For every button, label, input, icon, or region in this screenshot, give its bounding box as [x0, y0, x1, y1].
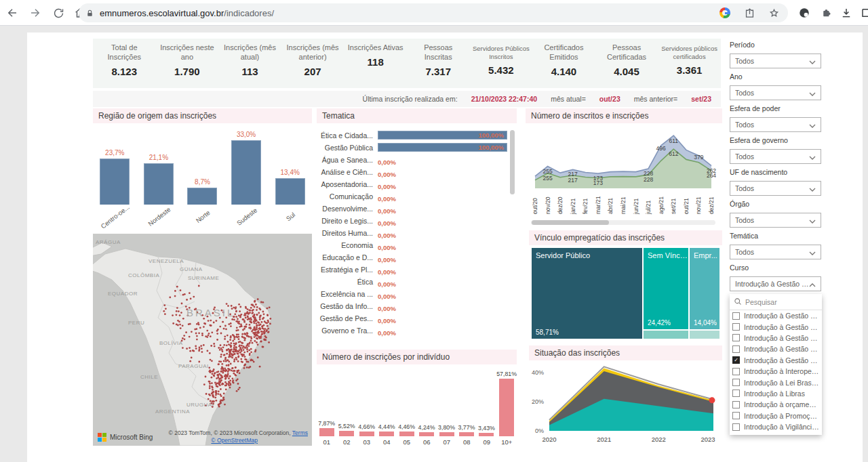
forward-icon[interactable]	[28, 6, 42, 20]
treemap-tile[interactable]: Sem Vínculo24,42%	[644, 248, 688, 329]
inscritos-scrollbar-thumb[interactable]	[532, 220, 609, 225]
checkbox-icon[interactable]	[732, 412, 740, 419]
regiao-bar-chart: 23,7%21,1%8,7%33,0%13,4%Centro-oe...Nord…	[93, 123, 312, 224]
filter-dropdown-3[interactable]: Todos	[730, 149, 821, 164]
tematica-scrollbar[interactable]	[510, 130, 515, 194]
bar[interactable]: 100,00%	[378, 143, 507, 152]
bar-value-label: 0,00%	[378, 268, 396, 276]
bar-value-label: 57,81%	[496, 371, 517, 377]
svg-text:mar/21: mar/21	[595, 196, 601, 214]
inscritos-scrollbar-track[interactable]	[531, 220, 715, 225]
openstreetmap-link[interactable]: © OpenStreetMap	[211, 437, 258, 444]
curso-option-2[interactable]: Introdução à Gestão de P...	[730, 333, 822, 343]
bar[interactable]	[439, 432, 454, 436]
extensions-puzzle-icon[interactable]	[819, 6, 833, 20]
map-label: ARGENTINA	[155, 408, 190, 415]
bar[interactable]: 100,00%	[378, 131, 507, 140]
bar[interactable]	[187, 188, 217, 205]
svg-text:0%: 0%	[535, 427, 544, 434]
axis-category-label: Sudeste	[224, 205, 269, 217]
share-icon[interactable]	[742, 5, 757, 20]
terms-link[interactable]: Terms	[292, 429, 308, 436]
curso-option-6[interactable]: Introdução à Lei Brasileir...	[730, 377, 822, 387]
map-label: VENEZUELA	[149, 258, 184, 264]
panel-tematica: Tematica Ética e Cidada...100,00%Gestão …	[317, 108, 517, 342]
bar[interactable]	[100, 159, 130, 205]
curso-dropdown[interactable]: Introdução à Gestão e Ap...	[730, 276, 821, 291]
extension-pinned-icon[interactable]	[797, 6, 811, 20]
curso-option-10[interactable]: Introdução à Vigilância S...	[730, 421, 822, 432]
treemap-tile[interactable]: Empr...14,04%	[690, 248, 719, 329]
bar[interactable]	[419, 432, 434, 436]
bar[interactable]	[275, 178, 305, 205]
bar[interactable]	[479, 433, 494, 436]
bar[interactable]	[339, 431, 354, 436]
curso-option-3[interactable]: Introdução à Gestão de R...	[730, 343, 822, 354]
checkbox-icon[interactable]	[732, 401, 740, 408]
map-label: EQUADOR	[108, 291, 138, 297]
download-icon[interactable]	[840, 6, 853, 20]
brazil-map[interactable]: ARÁGUAVENEZUELAGÜIANASURINAMECOLÔMBIAEQU…	[93, 234, 312, 446]
url-text: emnumeros.escolavirtual.gov.br/indicador…	[100, 8, 708, 18]
svg-text:abr/21: abr/21	[607, 198, 614, 214]
filter-dropdown-4[interactable]: Todos	[730, 181, 821, 196]
kpi-label: Pessoas Inscritas	[407, 43, 470, 62]
curso-option-0[interactable]: Introdução à Gestão de P...	[730, 310, 822, 321]
treemap-tile[interactable]: Servidor Público58,71%	[532, 248, 642, 339]
bar[interactable]	[319, 428, 334, 436]
treemap-tile-label: Sem Vínculo	[644, 248, 688, 259]
checkbox-icon[interactable]	[732, 323, 740, 331]
bar[interactable]	[231, 140, 261, 205]
checkbox-icon[interactable]	[732, 334, 740, 341]
kpi-value: 207	[281, 66, 344, 77]
svg-text:mai/21: mai/21	[620, 196, 627, 214]
bar[interactable]	[399, 432, 414, 436]
bookmark-star-icon[interactable]	[766, 5, 781, 20]
situacao-area-chart[interactable]: 40%20%0%2020202120222023	[529, 360, 720, 446]
treemap-tile[interactable]	[644, 331, 688, 339]
curso-option-label: Introdução à Gestão e A...	[744, 356, 819, 364]
tematica-row: Direitos Huma...0,00%	[319, 228, 507, 238]
curso-search-input[interactable]	[745, 298, 818, 306]
inscritos-area-chart[interactable]: 2552171732284966113792622552171732286122…	[528, 123, 717, 218]
map-label: COLÔMBIA	[128, 272, 159, 278]
kpi-value: 5.432	[470, 64, 533, 76]
bar[interactable]	[499, 379, 514, 436]
side-panel-partial-icon[interactable]	[860, 6, 868, 20]
filter-dropdown-2[interactable]: Todos	[730, 117, 821, 132]
filter-dropdown-6[interactable]: Todos	[730, 245, 821, 259]
curso-option-7[interactable]: Introdução à Libras	[730, 388, 822, 399]
bar[interactable]	[359, 432, 374, 436]
curso-option-9[interactable]: Introdução à Promoção ...	[730, 411, 822, 421]
google-icon[interactable]	[717, 5, 732, 20]
filter-dropdown-5[interactable]: Todos	[730, 213, 821, 228]
bar-value-label: 0,00%	[378, 219, 396, 227]
treemap-tile[interactable]	[690, 331, 719, 339]
checkbox-icon[interactable]	[732, 390, 740, 397]
bar-column: 4,24%	[416, 424, 436, 436]
checkbox-icon[interactable]	[732, 312, 740, 320]
checkbox-icon[interactable]	[732, 345, 740, 353]
bar[interactable]	[459, 432, 474, 436]
checkbox-icon[interactable]	[732, 368, 740, 375]
curso-option-1[interactable]: Introdução à Gestão de P...	[730, 321, 822, 332]
category-label: Ética e Cidada...	[319, 131, 378, 140]
category-label: Gestão da Info...	[319, 302, 378, 310]
checkbox-icon[interactable]	[732, 423, 740, 431]
curso-option-label: Introdução à orçamentaç...	[744, 400, 819, 408]
bar[interactable]	[144, 163, 174, 205]
back-icon[interactable]	[5, 6, 19, 20]
curso-option-4[interactable]: ✓Introdução à Gestão e A...	[730, 355, 822, 366]
bar[interactable]	[379, 432, 394, 436]
bar-value-label: 8,7%	[195, 178, 210, 186]
curso-option-5[interactable]: Introdução à Interoperab...	[730, 366, 822, 377]
checkbox-icon[interactable]	[732, 379, 740, 386]
checkbox-checked-icon[interactable]: ✓	[732, 356, 740, 364]
filter-dropdown-0[interactable]: Todos	[730, 54, 821, 68]
reload-icon[interactable]	[52, 6, 65, 20]
url-bar[interactable]: emnumeros.escolavirtual.gov.br/indicador…	[79, 3, 788, 22]
filter-label-6: Temática	[730, 232, 821, 240]
chevron-down-icon	[809, 87, 816, 99]
filter-dropdown-1[interactable]: Todos	[730, 85, 821, 100]
curso-option-8[interactable]: Introdução à orçamentaç...	[730, 399, 822, 410]
